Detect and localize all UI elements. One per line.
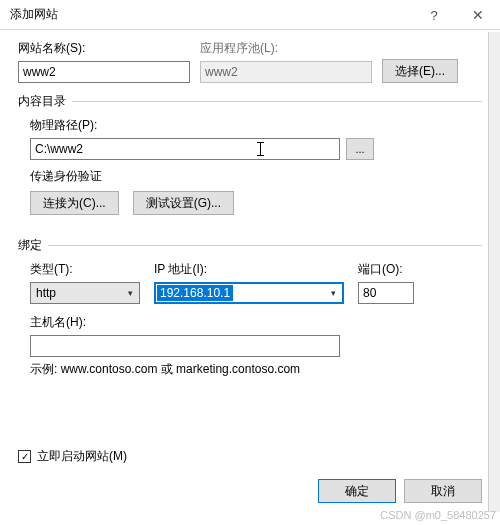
binding-type-label: 类型(T): <box>30 261 140 278</box>
connect-as-button[interactable]: 连接为(C)... <box>30 191 119 215</box>
text-cursor-icon <box>260 142 261 156</box>
binding-type-dropdown[interactable]: http ▾ <box>30 282 140 304</box>
watermark: CSDN @m0_58480257 <box>380 509 496 521</box>
binding-type-value: http <box>31 286 121 300</box>
binding-group: 绑定 <box>18 237 482 253</box>
test-settings-button[interactable]: 测试设置(G)... <box>133 191 234 215</box>
hostname-example: 示例: www.contoso.com 或 marketing.contoso.… <box>30 361 482 378</box>
physical-path-label: 物理路径(P): <box>30 117 482 134</box>
port-input[interactable] <box>358 282 414 304</box>
cancel-button[interactable]: 取消 <box>404 479 482 503</box>
start-now-checkbox[interactable]: ✓ <box>18 450 31 463</box>
select-app-pool-button[interactable]: 选择(E)... <box>382 59 458 83</box>
titlebar-controls: ? ✕ <box>412 0 500 30</box>
content-dir-header: 内容目录 <box>18 93 72 110</box>
passthrough-auth-label: 传递身份验证 <box>30 168 482 185</box>
dialog-content: 网站名称(S): 应用程序池(L): 选择(E)... 内容目录 物理路径(P)… <box>0 30 500 465</box>
ok-button[interactable]: 确定 <box>318 479 396 503</box>
app-pool-label: 应用程序池(L): <box>200 40 372 57</box>
background-window-sliver <box>488 32 500 512</box>
ip-address-label: IP 地址(I): <box>154 261 344 278</box>
binding-header: 绑定 <box>18 237 48 254</box>
chevron-down-icon: ▾ <box>324 288 342 298</box>
physical-path-input[interactable] <box>30 138 340 160</box>
site-name-input[interactable] <box>18 61 190 83</box>
hostname-input[interactable] <box>30 335 340 357</box>
app-pool-input <box>200 61 372 83</box>
titlebar: 添加网站 ? ✕ <box>0 0 500 30</box>
browse-path-button[interactable]: ... <box>346 138 374 160</box>
hostname-label: 主机名(H): <box>30 314 482 331</box>
chevron-down-icon: ▾ <box>121 288 139 298</box>
port-label: 端口(O): <box>358 261 418 278</box>
titlebar-title: 添加网站 <box>10 6 58 23</box>
help-button[interactable]: ? <box>412 0 456 30</box>
ip-address-dropdown[interactable]: 192.168.10.1 ▾ <box>154 282 344 304</box>
site-name-label: 网站名称(S): <box>18 40 190 57</box>
ip-address-value: 192.168.10.1 <box>157 285 233 301</box>
close-button[interactable]: ✕ <box>456 0 500 30</box>
content-dir-group: 内容目录 <box>18 93 482 109</box>
start-now-label: 立即启动网站(M) <box>37 448 127 465</box>
dialog-footer: 确定 取消 <box>318 479 482 503</box>
